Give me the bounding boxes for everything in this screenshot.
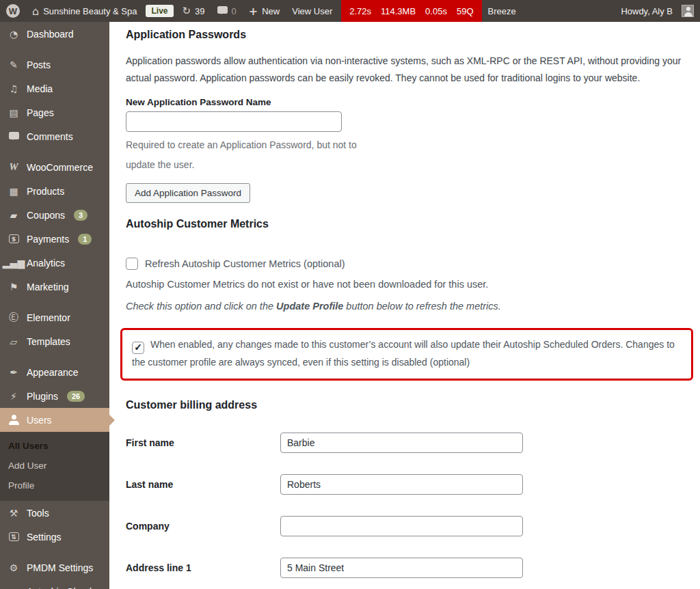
- wordpress-menu-link[interactable]: W: [0, 0, 26, 22]
- field-label-last-name: Last name: [126, 479, 280, 490]
- input-company[interactable]: [280, 516, 523, 536]
- woocommerce-icon: W: [7, 161, 21, 173]
- avatar: [682, 5, 694, 17]
- sidebar-item-label: Products: [27, 186, 64, 197]
- updates-icon: ↻: [183, 5, 191, 17]
- refresh-metrics-label: Refresh Autoship Customer Metrics (optio…: [145, 258, 345, 269]
- sidebar-item-label: Tools: [27, 508, 49, 519]
- sidebar-item-comments[interactable]: Comments: [0, 124, 109, 148]
- sidebar-menu-bottom: ⚒Tools⇅Settings⚙PMDM Settings☁Autoship C…: [0, 501, 109, 589]
- sidebar-item-media[interactable]: ♫Media: [0, 77, 109, 100]
- input-first-name[interactable]: [280, 433, 523, 453]
- input-last-name[interactable]: [280, 474, 523, 495]
- sidebar-item-payments[interactable]: $Payments1: [0, 227, 109, 251]
- billing-address-heading: Customer billing address: [126, 399, 693, 411]
- updates-count: 39: [195, 6, 204, 16]
- sidebar-item-appearance[interactable]: ✒Appearance: [0, 360, 109, 384]
- sidebar-item-label: Autoship Cloud: [27, 586, 92, 589]
- billing-field-row: Address line 1: [126, 558, 693, 578]
- instruction-suffix: button below to refresh the metrics.: [343, 301, 501, 312]
- sidebar-item-label: Elementor: [27, 312, 70, 323]
- refresh-metrics-row: Refresh Autoship Customer Metrics (optio…: [126, 258, 693, 270]
- metrics-status-text: Autoship Customer Metrics do not exist o…: [126, 277, 693, 292]
- sidebar-item-tools[interactable]: ⚒Tools: [0, 501, 109, 525]
- view-user-link[interactable]: View User: [286, 0, 338, 22]
- sidebar-item-dashboard[interactable]: ◔Dashboard: [0, 22, 109, 46]
- pushpin-icon: ✎: [7, 59, 21, 70]
- tools-icon: ⚒: [7, 508, 21, 519]
- sidebar-item-label: Plugins: [27, 391, 58, 402]
- wordpress-logo-icon: W: [6, 4, 20, 18]
- analytics-icon: ▂▄▆: [7, 258, 21, 269]
- comments-link[interactable]: 0: [211, 0, 243, 22]
- sidebar-item-users[interactable]: Users: [0, 408, 109, 432]
- breeze-link[interactable]: Breeze: [482, 0, 522, 22]
- coupons-icon: ▰: [7, 210, 21, 221]
- refresh-metrics-checkbox[interactable]: [126, 258, 138, 270]
- sidebar-item-label: Pages: [27, 107, 54, 118]
- submenu-item-all-users[interactable]: All Users: [0, 436, 109, 456]
- media-icon: ♫: [7, 83, 21, 94]
- sidebar-item-settings[interactable]: ⇅Settings: [0, 525, 109, 549]
- page-generation-time: 2.72s: [349, 6, 371, 16]
- sidebar-item-label: Settings: [27, 532, 62, 543]
- elementor-icon: Ⓔ: [7, 312, 21, 324]
- sidebar-item-autoship-cloud[interactable]: ☁Autoship Cloud: [0, 579, 109, 589]
- sidebar-item-templates[interactable]: ▱Templates: [0, 329, 109, 353]
- sidebar-item-label: PMDM Settings: [27, 562, 93, 573]
- payments-icon: $: [7, 234, 21, 243]
- megaphone-icon: ⚑: [7, 282, 21, 292]
- sidebar-item-analytics[interactable]: ▂▄▆Analytics: [0, 251, 109, 275]
- account-link[interactable]: Howdy, Aly B: [615, 0, 700, 22]
- input-address-line-1[interactable]: [280, 558, 523, 578]
- highlight-annotation-box: When enabled, any changes made to this c…: [120, 328, 693, 381]
- updates-link[interactable]: ↻ 39: [176, 0, 211, 22]
- count-badge: 26: [67, 391, 85, 402]
- sidebar-item-label: Marketing: [27, 282, 68, 292]
- sidebar-item-label: Media: [27, 83, 53, 94]
- sidebar-item-pmdm-settings[interactable]: ⚙PMDM Settings: [0, 556, 109, 579]
- field-label-first-name: First name: [126, 437, 280, 448]
- sidebar-item-label: WooCommerce: [27, 162, 93, 173]
- templates-icon: ▱: [7, 336, 21, 347]
- sidebar-item-coupons[interactable]: ▰Coupons3: [0, 203, 109, 227]
- sidebar-item-label: Analytics: [27, 258, 65, 269]
- new-application-password-label: New Application Password Name: [126, 97, 693, 107]
- instruction-prefix: Check this option and click on the: [126, 301, 276, 312]
- comments-count: 0: [232, 6, 237, 16]
- update-profile-bold: Update Profile: [276, 301, 343, 312]
- application-passwords-description: Application passwords allow authenticati…: [126, 53, 693, 87]
- products-icon: ▦: [7, 186, 21, 197]
- sidebar-item-elementor[interactable]: ⒺElementor: [0, 305, 109, 329]
- add-application-password-button[interactable]: Add Application Password: [126, 183, 250, 203]
- settings-icon: ⇅: [7, 532, 21, 541]
- plus-icon: +: [249, 5, 258, 18]
- new-content-link[interactable]: + New: [243, 0, 286, 22]
- application-password-helper-text: Required to create an Application Passwo…: [126, 135, 366, 175]
- sidebar-item-woocommerce[interactable]: WWooCommerce: [0, 155, 109, 179]
- sidebar-item-label: Users: [27, 415, 52, 426]
- sidebar-item-label: Payments: [27, 234, 69, 245]
- site-name-link[interactable]: ⌂ Sunshine Beauty & Spa: [26, 0, 143, 22]
- site-name: Sunshine Beauty & Spa: [43, 6, 137, 16]
- count-badge: 3: [74, 210, 88, 221]
- home-icon: ⌂: [32, 5, 39, 18]
- admin-sidebar: ◔Dashboard✎Posts♫Media▤PagesCommentsWWoo…: [0, 22, 109, 589]
- sidebar-item-marketing[interactable]: ⚑Marketing: [0, 275, 109, 299]
- sidebar-item-label: Templates: [27, 336, 70, 347]
- submenu-item-profile[interactable]: Profile: [0, 476, 109, 495]
- submenu-item-add-user[interactable]: Add User: [0, 456, 109, 476]
- billing-field-row: Company: [126, 516, 693, 536]
- query-monitor-badge[interactable]: 2.72s 114.3MB 0.05s 59Q: [341, 0, 481, 22]
- application-passwords-heading: Application Passwords: [126, 29, 693, 41]
- database-query-count: 59Q: [457, 6, 474, 16]
- sidebar-item-label: Posts: [27, 59, 51, 70]
- sidebar-item-pages[interactable]: ▤Pages: [0, 100, 109, 124]
- sidebar-item-plugins[interactable]: ⚡Plugins26: [0, 384, 109, 408]
- sidebar-menu-top: ◔Dashboard✎Posts♫Media▤PagesCommentsWWoo…: [0, 22, 109, 432]
- new-application-password-input[interactable]: [126, 111, 342, 132]
- admin-bar: W ⌂ Sunshine Beauty & Spa Live ↻ 39 0 + …: [0, 0, 700, 22]
- sidebar-item-posts[interactable]: ✎Posts: [0, 53, 109, 77]
- sync-checkbox[interactable]: [132, 342, 144, 354]
- sidebar-item-products[interactable]: ▦Products: [0, 179, 109, 203]
